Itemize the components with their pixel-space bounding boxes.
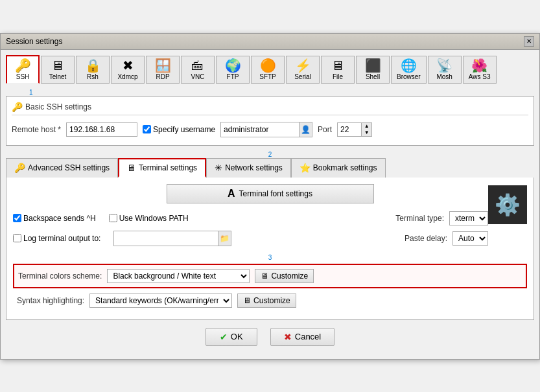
- proto-tab-file[interactable]: 🖥 File: [321, 56, 355, 84]
- backspace-label: Backspace sends ^H: [23, 214, 96, 223]
- ok-label: OK: [231, 332, 243, 341]
- proto-label-xdmcp: Xdmcp: [117, 73, 137, 80]
- options-left: Backspace sends ^H Use Windows PATH Term…: [13, 211, 488, 251]
- basic-ssh-panel: 🔑 Basic SSH settings Remote host * Speci…: [6, 96, 534, 146]
- options-row-1: Backspace sends ^H Use Windows PATH Term…: [13, 211, 488, 225]
- specify-username-check[interactable]: Specify username: [143, 125, 215, 134]
- ssh-icon: 🔑: [15, 59, 31, 72]
- proto-tab-browser[interactable]: 🌐 Browser: [391, 56, 427, 84]
- log-output-label: Log terminal output to:: [23, 234, 100, 243]
- bookmark-tab-label: Bookmark settings: [313, 163, 377, 172]
- network-tab-label: Network settings: [225, 163, 283, 172]
- serial-icon: ⚡: [295, 59, 311, 72]
- customize-colors-button[interactable]: 🖥 Customize: [255, 269, 314, 283]
- proto-tab-mosh[interactable]: 📡 Mosh: [428, 56, 462, 84]
- rsh-icon: 🔒: [85, 59, 101, 72]
- terminal-type-select[interactable]: xterm: [449, 211, 488, 225]
- ok-button[interactable]: ✔ OK: [205, 328, 257, 346]
- backspace-checkbox[interactable]: [13, 214, 21, 222]
- browser-icon: 🌐: [401, 59, 417, 72]
- proto-tab-vnc[interactable]: 🖮 VNC: [181, 56, 215, 84]
- shell-icon: ⬛: [365, 59, 381, 72]
- vnc-icon: 🖮: [191, 59, 204, 72]
- aws-s3-icon: 🌺: [471, 59, 487, 72]
- proto-tab-serial[interactable]: ⚡ Serial: [286, 56, 320, 84]
- terminal-type-area: Terminal type: xterm: [395, 211, 488, 225]
- proto-tab-ssh[interactable]: 🔑 SSH: [6, 55, 40, 84]
- sftp-icon: 🟠: [260, 59, 276, 72]
- session-settings-window: Session settings ✕ 🔑 SSH 🖥 Telnet 🔒 Rsh: [0, 33, 540, 360]
- username-icon-btn[interactable]: 👤: [299, 122, 312, 137]
- customize-syntax-button[interactable]: 🖥 Customize: [237, 294, 296, 308]
- basic-ssh-icon: 🔑: [12, 102, 23, 112]
- sub-tab-terminal[interactable]: 🖥 Terminal settings: [118, 158, 206, 178]
- proto-label-serial: Serial: [294, 73, 311, 80]
- remote-host-input[interactable]: [66, 122, 137, 137]
- sub-tab-network[interactable]: ✳ Network settings: [206, 158, 291, 178]
- host-row: Remote host * Specify username 👤 Port ▲ …: [12, 122, 528, 137]
- cancel-button[interactable]: ✖ Cancel: [270, 328, 335, 346]
- log-input[interactable]: [114, 232, 218, 245]
- proto-label-mosh: Mosh: [436, 73, 452, 80]
- proto-label-aws-s3: Aws S3: [469, 73, 491, 80]
- proto-tab-telnet[interactable]: 🖥 Telnet: [41, 56, 75, 84]
- username-input[interactable]: [221, 123, 299, 136]
- bottom-buttons: ✔ OK ✖ Cancel: [6, 320, 534, 354]
- colors-scheme-row: Terminal colors scheme: Black background…: [13, 264, 527, 288]
- protocol-tabs: 🔑 SSH 🖥 Telnet 🔒 Rsh ✖ Xdmcp 🪟 RDP: [6, 55, 497, 84]
- specify-username-checkbox[interactable]: [143, 125, 151, 133]
- cancel-icon: ✖: [284, 332, 292, 342]
- backspace-check[interactable]: Backspace sends ^H: [13, 214, 96, 223]
- paste-delay-select[interactable]: Auto: [452, 231, 488, 246]
- options-row-2: Log terminal output to: 📁 Paste delay: A…: [13, 231, 488, 246]
- remote-host-label: Remote host *: [12, 125, 61, 134]
- syntax-row: Syntax highlighting: Standard keywords (…: [13, 292, 527, 309]
- log-output-checkbox[interactable]: [13, 234, 21, 242]
- font-icon: A: [228, 188, 235, 200]
- window-body: 🔑 SSH 🖥 Telnet 🔒 Rsh ✖ Xdmcp 🪟 RDP: [1, 50, 539, 359]
- proto-tab-xdmcp[interactable]: ✖ Xdmcp: [111, 56, 145, 84]
- proto-tab-shell[interactable]: ⬛ Shell: [356, 56, 390, 84]
- proto-label-rsh: Rsh: [87, 73, 99, 80]
- port-down-btn[interactable]: ▼: [361, 130, 371, 136]
- proto-label-file: File: [333, 73, 343, 80]
- log-output-check[interactable]: Log terminal output to:: [13, 234, 100, 243]
- proto-label-browser: Browser: [397, 73, 421, 80]
- port-up-btn[interactable]: ▲: [361, 123, 371, 130]
- proto-tab-rsh[interactable]: 🔒 Rsh: [76, 56, 110, 84]
- port-input[interactable]: [338, 123, 361, 136]
- gear-box: ⚙️: [488, 185, 527, 224]
- proto-label-ssh: SSH: [16, 73, 30, 80]
- use-windows-path-check[interactable]: Use Windows PATH: [109, 214, 189, 223]
- syntax-select[interactable]: Standard keywords (OK/warning/error/...): [89, 294, 232, 308]
- sub-tab-bookmark[interactable]: ⭐ Bookmark settings: [291, 158, 386, 178]
- advanced-ssh-tab-label: Advanced SSH settings: [28, 163, 110, 172]
- sub-tab-advanced-ssh[interactable]: 🔑 Advanced SSH settings: [6, 158, 118, 178]
- cancel-label: Cancel: [295, 332, 321, 341]
- customize-colors-label: Customize: [271, 271, 308, 281]
- rdp-icon: 🪟: [155, 59, 171, 72]
- font-settings-button[interactable]: A Terminal font settings: [167, 184, 374, 203]
- proto-tab-aws-s3[interactable]: 🌺 Aws S3: [463, 56, 497, 84]
- colors-scheme-label: Terminal colors scheme:: [18, 271, 102, 281]
- proto-tab-sftp[interactable]: 🟠 SFTP: [251, 56, 285, 84]
- colors-scheme-select[interactable]: Black background / White text: [107, 269, 250, 283]
- proto-label-rdp: RDP: [156, 73, 169, 80]
- use-windows-path-checkbox[interactable]: [109, 214, 117, 222]
- network-tab-icon: ✳: [215, 163, 222, 173]
- terminal-type-label: Terminal type:: [395, 214, 444, 223]
- paste-delay-area: Paste delay: Auto: [405, 231, 488, 246]
- terminal-content: A Terminal font settings Backspace sends…: [6, 178, 534, 320]
- proto-tab-ftp[interactable]: 🌍 FTP: [216, 56, 250, 84]
- specify-username-label: Specify username: [153, 125, 215, 134]
- port-spinner: ▲ ▼: [361, 123, 371, 136]
- badge-3: 3: [13, 254, 527, 261]
- username-field: 👤: [220, 122, 312, 137]
- font-settings-label: Terminal font settings: [239, 189, 312, 198]
- ok-icon: ✔: [220, 332, 228, 342]
- proto-tab-rdp[interactable]: 🪟 RDP: [146, 56, 180, 84]
- customize-syntax-label: Customize: [253, 296, 290, 305]
- log-browse-btn[interactable]: 📁: [218, 231, 231, 246]
- close-button[interactable]: ✕: [524, 36, 534, 47]
- options-area: Backspace sends ^H Use Windows PATH Term…: [13, 211, 527, 251]
